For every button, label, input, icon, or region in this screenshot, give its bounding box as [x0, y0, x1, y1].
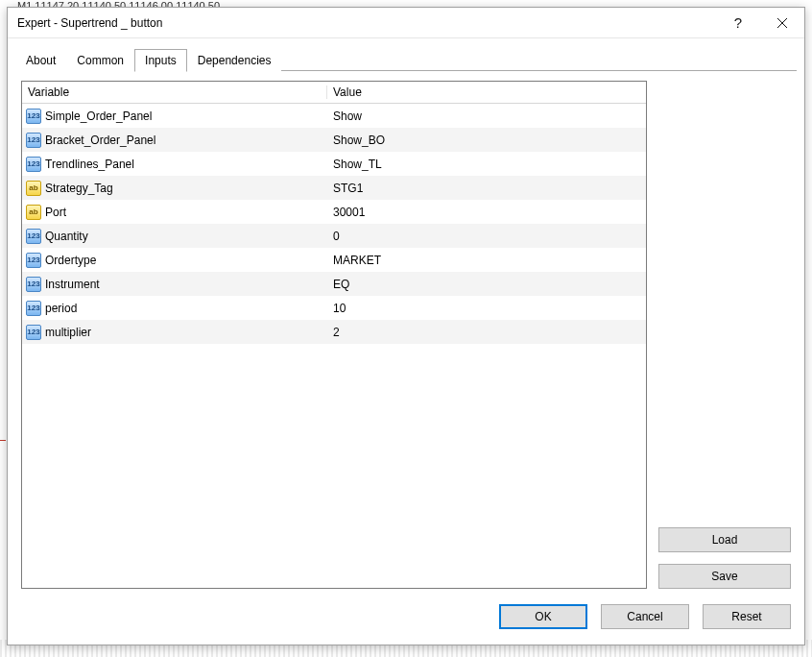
string-type-icon: ab: [26, 205, 41, 220]
table-row[interactable]: 123Bracket_Order_PanelShow_BO: [22, 128, 646, 152]
cell-value[interactable]: STG1: [327, 182, 646, 195]
titlebar: Expert - Supertrend _ button ?: [8, 8, 804, 38]
table-row[interactable]: 123Trendlines_PanelShow_TL: [22, 152, 646, 176]
table-row[interactable]: 123OrdertypeMARKET: [22, 248, 646, 272]
inputs-table[interactable]: Variable Value 123Simple_Order_PanelShow…: [21, 81, 647, 589]
cell-value[interactable]: 10: [327, 302, 646, 315]
col-header-value[interactable]: Value: [327, 85, 646, 99]
variable-name: Bracket_Order_Panel: [45, 134, 155, 147]
cell-value[interactable]: Show_TL: [327, 158, 646, 171]
number-type-icon: 123: [26, 325, 41, 340]
number-type-icon: 123: [26, 157, 41, 172]
cell-value[interactable]: 2: [327, 326, 646, 339]
table-body: 123Simple_Order_PanelShow123Bracket_Orde…: [22, 104, 646, 588]
help-button[interactable]: ?: [716, 9, 760, 37]
cell-variable: 123multiplier: [22, 325, 327, 340]
variable-name: Port: [45, 206, 66, 219]
help-icon: ?: [734, 14, 742, 31]
tab-dependencies[interactable]: Dependencies: [187, 49, 282, 71]
cell-value[interactable]: 30001: [327, 206, 646, 219]
number-type-icon: 123: [26, 301, 41, 316]
reset-button[interactable]: Reset: [703, 604, 791, 629]
cell-value[interactable]: MARKET: [327, 254, 646, 267]
cell-value[interactable]: Show: [327, 110, 646, 123]
variable-name: Quantity: [45, 230, 88, 243]
table-row[interactable]: abPort30001: [22, 200, 646, 224]
string-type-icon: ab: [26, 181, 41, 196]
cell-value[interactable]: EQ: [327, 278, 646, 291]
variable-name: Simple_Order_Panel: [45, 110, 152, 123]
col-header-variable[interactable]: Variable: [22, 85, 327, 99]
content-area: Variable Value 123Simple_Order_PanelShow…: [8, 71, 804, 598]
number-type-icon: 123: [26, 109, 41, 124]
cell-variable: 123Ordertype: [22, 253, 327, 268]
dialog-window: Expert - Supertrend _ button ? About Com…: [7, 7, 805, 645]
number-type-icon: 123: [26, 133, 41, 148]
variable-name: Strategy_Tag: [45, 182, 113, 195]
ok-button[interactable]: OK: [499, 604, 587, 629]
table-row[interactable]: 123multiplier2: [22, 320, 646, 344]
load-button[interactable]: Load: [658, 527, 791, 552]
cell-variable: abStrategy_Tag: [22, 181, 327, 196]
tabstrip: About Common Inputs Dependencies: [8, 44, 804, 71]
number-type-icon: 123: [26, 229, 41, 244]
close-button[interactable]: [760, 9, 804, 37]
variable-name: Trendlines_Panel: [45, 158, 134, 171]
cancel-button[interactable]: Cancel: [601, 604, 689, 629]
cell-variable: 123Instrument: [22, 277, 327, 292]
table-row[interactable]: 123Simple_Order_PanelShow: [22, 104, 646, 128]
dialog-footer: OK Cancel Reset: [8, 598, 804, 645]
table-row[interactable]: 123Quantity0: [22, 224, 646, 248]
cell-variable: 123Trendlines_Panel: [22, 157, 327, 172]
cell-variable: abPort: [22, 205, 327, 220]
tab-inputs[interactable]: Inputs: [134, 49, 187, 72]
table-row[interactable]: 123period10: [22, 296, 646, 320]
tab-common[interactable]: Common: [66, 49, 134, 71]
close-icon: [777, 18, 787, 28]
cell-variable: 123period: [22, 301, 327, 316]
save-button[interactable]: Save: [658, 564, 791, 589]
table-row[interactable]: abStrategy_TagSTG1: [22, 176, 646, 200]
cell-value[interactable]: 0: [327, 230, 646, 243]
number-type-icon: 123: [26, 277, 41, 292]
table-row[interactable]: 123InstrumentEQ: [22, 272, 646, 296]
variable-name: period: [45, 302, 77, 315]
side-buttons: Load Save: [658, 81, 791, 589]
tab-about[interactable]: About: [15, 49, 66, 71]
cell-value[interactable]: Show_BO: [327, 134, 646, 147]
variable-name: Instrument: [45, 278, 100, 291]
cell-variable: 123Simple_Order_Panel: [22, 109, 327, 124]
cell-variable: 123Bracket_Order_Panel: [22, 133, 327, 148]
backdrop-red-line: [0, 440, 6, 441]
variable-name: Ordertype: [45, 254, 96, 267]
cell-variable: 123Quantity: [22, 229, 327, 244]
window-title: Expert - Supertrend _ button: [17, 16, 716, 30]
variable-name: multiplier: [45, 326, 91, 339]
number-type-icon: 123: [26, 253, 41, 268]
table-header: Variable Value: [22, 82, 646, 104]
